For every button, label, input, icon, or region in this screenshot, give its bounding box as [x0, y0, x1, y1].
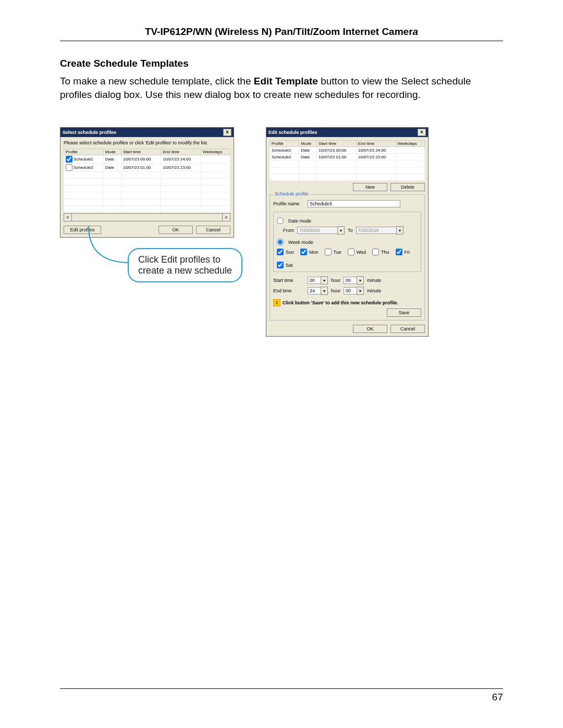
col-end[interactable]: End time — [356, 141, 396, 147]
page-number: 67 — [492, 692, 503, 703]
col-weekdays[interactable]: Weekdays — [396, 141, 424, 147]
section-heading: Create Schedule Templates — [60, 58, 503, 69]
profile-name-input[interactable]: Schedule3 — [308, 200, 400, 207]
dialog2-titlebar[interactable]: Edit schedule profiles × — [266, 128, 428, 137]
start-hour-select[interactable]: 00 — [308, 277, 321, 284]
mode-group: Date mode From 7/25/2010▾ To 7/25/2010▾ … — [273, 212, 421, 272]
col-profile[interactable]: Profile — [270, 141, 299, 147]
to-date-input: 7/25/2010 — [356, 227, 397, 234]
chevron-down-icon[interactable]: ▾ — [357, 287, 364, 295]
chevron-down-icon[interactable]: ▾ — [357, 276, 364, 285]
group-legend: Schedule profile — [273, 191, 310, 196]
end-hour-select[interactable]: 24 — [308, 287, 321, 294]
cancel-button[interactable]: Cancel — [390, 325, 425, 333]
dialog2-title: Edit schedule profiles — [268, 130, 317, 135]
from-date-input: 7/25/2010 — [297, 227, 338, 234]
edit-schedule-profiles-dialog: Edit schedule profiles × Profile Mode St… — [266, 127, 429, 337]
table-row[interactable]: Schedule1 Date 10/07/23 00:00 10/07/23 2… — [270, 147, 425, 154]
chevron-down-icon: ▾ — [337, 226, 345, 235]
chevron-down-icon[interactable]: ▾ — [321, 287, 328, 295]
to-label: To — [348, 228, 353, 233]
section-paragraph: To make a new schedule template, click t… — [60, 75, 503, 101]
fri-checkbox[interactable] — [396, 249, 402, 255]
callout-line2: create a new schedule — [138, 265, 232, 276]
profile-name-label: Profile name — [273, 201, 304, 206]
end-minute-select[interactable]: 00 — [344, 287, 357, 294]
chevron-down-icon: ▾ — [396, 226, 403, 235]
thu-checkbox[interactable] — [372, 249, 379, 255]
save-button[interactable]: Save — [387, 309, 421, 317]
from-label: From — [283, 228, 294, 233]
warning-icon: ! — [273, 299, 280, 306]
table-row[interactable]: Schedule2 Date 10/07/23 01:00 10/07/23 2… — [270, 154, 425, 161]
callout-line1: Click Edit profiles to — [138, 254, 232, 265]
footer-rule — [60, 688, 503, 689]
week-mode-label: Week mode — [288, 240, 313, 245]
sun-checkbox[interactable] — [277, 249, 284, 255]
start-time-label: Start time — [273, 278, 304, 283]
delete-button[interactable]: Delete — [390, 183, 425, 191]
page-header: TV-IP612P/WN (Wireless N) Pan/Tilt/Zoom … — [60, 26, 503, 41]
weekday-checkboxes: Sun Mon Tue Wed Thu Fri Sat — [277, 249, 418, 268]
dialog2-profile-table: Profile Mode Start time End time Weekday… — [270, 140, 425, 181]
schedule-profile-group: Schedule profile Profile name Schedule3 … — [270, 194, 425, 320]
sat-checkbox[interactable] — [277, 262, 284, 268]
close-icon[interactable]: × — [418, 129, 426, 136]
wed-checkbox[interactable] — [348, 249, 354, 255]
date-mode-radio[interactable] — [277, 217, 284, 224]
ok-button[interactable]: OK — [353, 325, 387, 333]
end-time-label: End time — [273, 288, 304, 293]
chevron-down-icon[interactable]: ▾ — [321, 276, 328, 285]
date-mode-label: Date mode — [288, 218, 311, 224]
col-start[interactable]: Start time — [317, 141, 357, 147]
save-warning-text: Click button 'Save' to add this new sche… — [283, 300, 398, 305]
new-button[interactable]: New — [353, 183, 387, 191]
week-mode-radio[interactable] — [277, 239, 284, 245]
tue-checkbox[interactable] — [325, 249, 332, 255]
header-title-italic: a — [413, 26, 419, 37]
col-mode[interactable]: Mode — [299, 141, 317, 147]
header-title: TV-IP612P/WN (Wireless N) Pan/Tilt/Zoom … — [145, 26, 413, 37]
edit-profiles-callout: Click Edit profiles to create a new sche… — [128, 248, 242, 282]
mon-checkbox[interactable] — [300, 249, 307, 255]
start-minute-select[interactable]: 00 — [344, 277, 357, 284]
